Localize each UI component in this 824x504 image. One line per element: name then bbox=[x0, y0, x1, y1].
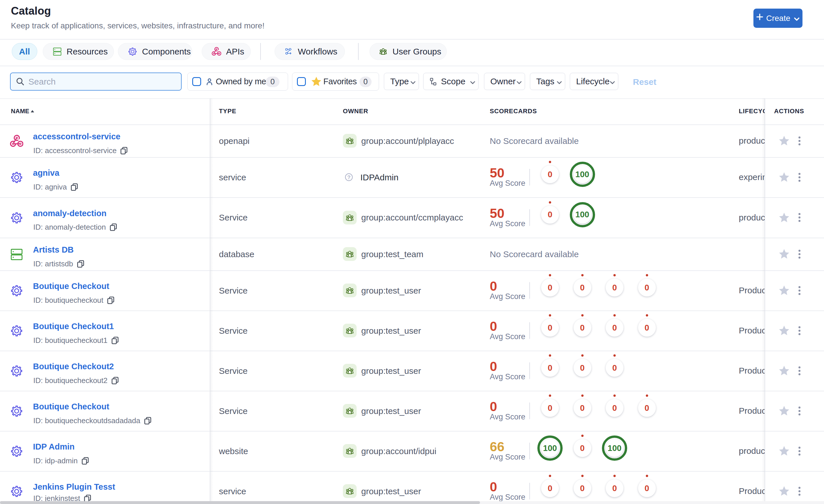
svg-text:?: ? bbox=[347, 174, 350, 180]
